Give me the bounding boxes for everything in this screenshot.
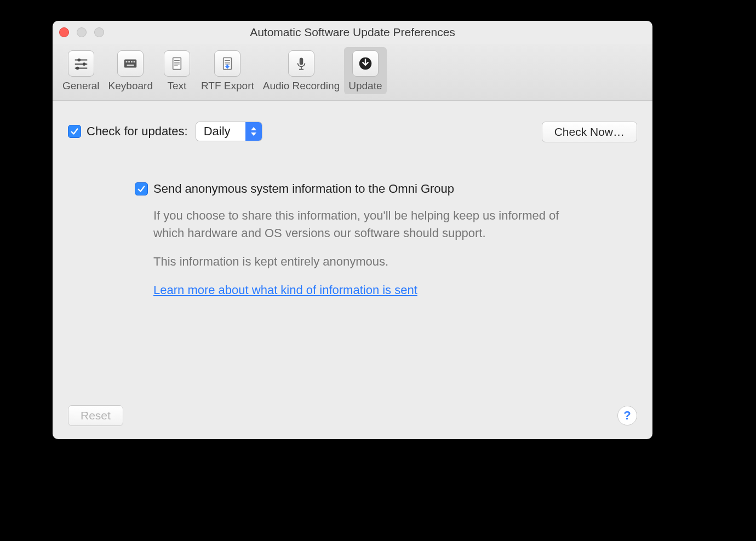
svg-rect-8 (129, 61, 130, 62)
tab-label: Audio Recording (263, 80, 340, 92)
tab-text[interactable]: Text (157, 47, 197, 94)
titlebar: Automatic Software Update Preferences (53, 21, 652, 44)
update-frequency-value: Daily (196, 122, 245, 141)
document-icon (164, 50, 190, 77)
description-text-2: This information is kept entirely anonym… (153, 253, 584, 270)
reset-button[interactable]: Reset (68, 405, 123, 426)
check-updates-label: Check for updates: (87, 124, 188, 139)
keyboard-icon (117, 50, 144, 77)
tab-keyboard[interactable]: Keyboard (104, 47, 157, 94)
svg-rect-9 (131, 61, 133, 62)
close-window-button[interactable] (59, 27, 69, 37)
preferences-window: Automatic Software Update Preferences Ge… (53, 21, 652, 439)
check-now-button[interactable]: Check Now… (542, 122, 637, 142)
tab-label: Update (348, 80, 382, 92)
tab-update[interactable]: Update (344, 47, 386, 94)
sliders-icon (68, 50, 94, 77)
traffic-lights (59, 27, 104, 37)
svg-rect-12 (173, 57, 181, 69)
content: Check for updates: Daily Check Now… Send… (53, 101, 652, 439)
svg-rect-10 (134, 61, 135, 62)
checkmark-icon (70, 126, 79, 136)
tab-label: Keyboard (108, 80, 153, 92)
checkmark-icon (136, 184, 146, 194)
zoom-window-button[interactable] (94, 27, 104, 37)
svg-point-3 (83, 62, 86, 66)
svg-point-5 (76, 67, 79, 70)
tab-audio-recording[interactable]: Audio Recording (259, 47, 344, 94)
stepper-icon (245, 122, 262, 141)
svg-rect-11 (127, 65, 134, 66)
description-text-1: If you choose to share this information,… (153, 207, 584, 242)
tab-general[interactable]: General (58, 47, 104, 94)
minimize-window-button[interactable] (77, 27, 87, 37)
svg-rect-6 (124, 60, 137, 68)
toolbar: General Keyboard Text RTF Export Audio R (53, 44, 652, 101)
update-frequency-select[interactable]: Daily (196, 122, 262, 141)
window-title: Automatic Software Update Preferences (53, 26, 652, 39)
svg-point-1 (77, 59, 81, 62)
send-anonymous-checkbox[interactable] (135, 182, 148, 195)
rtf-export-icon (214, 50, 240, 77)
download-icon (352, 50, 379, 77)
tab-label: Text (168, 80, 187, 92)
tab-label: RTF Export (201, 80, 254, 92)
check-updates-checkbox[interactable] (68, 125, 81, 138)
footer: Reset ? (68, 405, 637, 426)
learn-more-link[interactable]: Learn more about what kind of informatio… (153, 283, 417, 297)
tab-label: General (62, 80, 100, 92)
anonymous-section: Send anonymous system information to the… (135, 182, 584, 299)
microphone-icon (288, 50, 314, 77)
svg-rect-21 (300, 57, 303, 65)
tab-rtf-export[interactable]: RTF Export (197, 47, 259, 94)
svg-rect-7 (126, 61, 128, 62)
help-button[interactable]: ? (617, 406, 637, 425)
send-anonymous-label: Send anonymous system information to the… (153, 182, 454, 196)
